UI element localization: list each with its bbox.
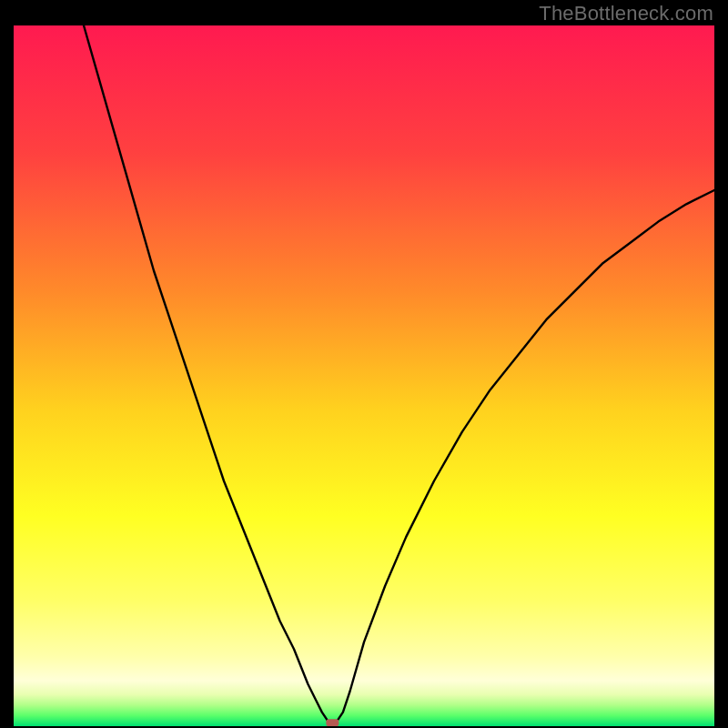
- bottleneck-chart: [14, 25, 714, 726]
- watermark-text: TheBottleneck.com: [539, 2, 713, 25]
- chart-frame: [14, 25, 714, 726]
- chart-background: [14, 25, 714, 726]
- optimal-marker: [326, 719, 339, 726]
